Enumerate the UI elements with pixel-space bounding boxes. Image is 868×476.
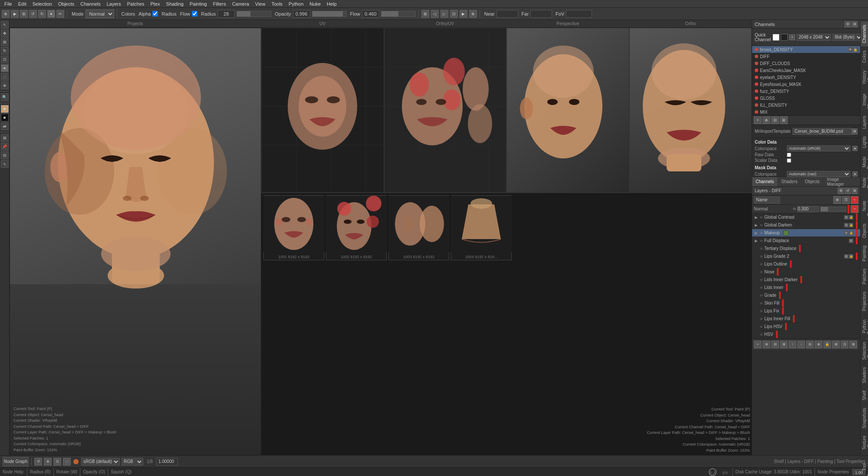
tab-objects[interactable]: Objects: [802, 177, 824, 186]
lyr-btn-12[interactable]: ⊞: [849, 341, 857, 348]
layer-grade[interactable]: ○ Grade: [752, 292, 860, 299]
cam-btn-2[interactable]: ◁: [431, 10, 439, 18]
radius-input[interactable]: [217, 10, 235, 18]
rtab-shaders[interactable]: Shaders: [861, 363, 868, 387]
layer-icon-lg2b[interactable]: 🔒: [849, 254, 853, 259]
channel-earscheeks[interactable]: EarsCheeksJaw_MASK: [752, 67, 860, 74]
tool-scale[interactable]: ⊡: [1, 56, 9, 63]
menu-item-channels[interactable]: Channels: [78, 1, 103, 7]
qc-dark-swatch[interactable]: [781, 34, 788, 41]
layer-global-contrast[interactable]: ▶ ○ Global Contrast ⊞ 🔒: [752, 213, 860, 221]
rtab-image-manager[interactable]: Image Manager: [861, 87, 868, 112]
tool-color1[interactable]: ■: [1, 105, 9, 113]
channel-mix[interactable]: MIX: [752, 108, 860, 115]
rtab-node-properties[interactable]: Node Properties: [861, 192, 868, 220]
layer-icon-1b[interactable]: ⊞: [844, 223, 848, 227]
tool-grid[interactable]: ⊞: [1, 134, 9, 142]
lyr-btn-1[interactable]: +: [754, 341, 762, 348]
menu-item-layers[interactable]: Layers: [104, 1, 124, 7]
bottom-shelf-link[interactable]: Shelf | Layers - DIFF | Painting | Tool …: [774, 459, 865, 464]
tool-move[interactable]: ✥: [1, 30, 9, 37]
tool-paint[interactable]: ●: [1, 64, 9, 72]
tool-color2[interactable]: ■: [1, 114, 9, 121]
lyr-btn-10[interactable]: ⊞: [832, 341, 840, 348]
channel-diff-clouds[interactable]: DIFF_CLOUDS: [752, 60, 860, 67]
layer-icon-1[interactable]: ⊞: [844, 215, 848, 220]
ng-btn-4[interactable]: ◌: [63, 458, 71, 466]
layer-lids-inner[interactable]: ○ Lids Inner: [752, 284, 860, 292]
qc-resolution[interactable]: 2048 x 2048: [796, 34, 831, 41]
tool-select[interactable]: ↖: [1, 21, 9, 29]
layer-tertiary-displace[interactable]: ○ Tertiary Displace: [752, 245, 860, 253]
rtab-colors[interactable]: Colors: [861, 46, 868, 66]
flow-input[interactable]: [362, 10, 379, 18]
ng-btn-3[interactable]: ⊡: [53, 458, 61, 466]
layer-lips-outline[interactable]: ○ Lips Outline: [752, 260, 860, 268]
channel-diff[interactable]: DIFF: [752, 53, 860, 60]
menu-item-ptex[interactable]: Ptex: [148, 1, 163, 7]
tool-lasso[interactable]: ∿: [1, 160, 9, 168]
toolbar-btn-2[interactable]: ▶: [11, 10, 19, 18]
lyr-btn-8[interactable]: ⊕: [815, 341, 822, 348]
tool-marquee[interactable]: ⊟: [1, 151, 9, 159]
lyr-btn-4[interactable]: ⊞: [780, 341, 788, 348]
layer-icon-1c[interactable]: ⊞: [844, 231, 848, 235]
channel-fuzz[interactable]: fuzz_DENSITY: [752, 88, 860, 95]
layer-lips-inner-fill[interactable]: ○ Lips Inner Fill: [752, 315, 860, 323]
layer-hsv[interactable]: ○ HSV: [752, 331, 860, 338]
tab-shaders[interactable]: Shaders: [778, 177, 801, 186]
orthouv-viewport[interactable]: [384, 28, 507, 193]
color-rawdata-checkbox[interactable]: [787, 153, 791, 157]
layers-view-btn[interactable]: ☰: [842, 196, 850, 204]
tool-rotate[interactable]: ↻: [1, 47, 9, 55]
main-3d-viewport[interactable]: Current Tool: Paint (P) Current Object: …: [10, 28, 261, 455]
cam-btn-4[interactable]: ⊡: [450, 10, 458, 18]
menu-item-file[interactable]: File: [2, 1, 15, 7]
tool-transform[interactable]: ⊞: [1, 38, 9, 46]
menu-item-shading[interactable]: Shading: [164, 1, 186, 7]
layers-sort-input[interactable]: Name: [754, 197, 780, 204]
ch-toolbar-4[interactable]: ⊞: [780, 116, 788, 124]
channel-eyelash[interactable]: eyelash_DENSITY: [752, 74, 860, 81]
mode-dropdown[interactable]: Normal: [85, 10, 114, 18]
menu-item-python[interactable]: Python: [286, 1, 306, 7]
toolbar-btn-1[interactable]: ⊕: [2, 10, 10, 18]
rtab-projectors[interactable]: Projectors: [861, 288, 868, 315]
alpha-checkbox[interactable]: [152, 11, 158, 16]
rtab-patches[interactable]: Patches: [861, 265, 868, 288]
layer-lips-grade2[interactable]: ○ Lips Grade 2 ⊞ 🔒: [752, 253, 860, 260]
layer-icon-2[interactable]: 🔒: [849, 215, 853, 220]
import-input[interactable]: [792, 128, 852, 135]
channel-brows-density[interactable]: brows_DENSITY 👁 🔒: [752, 46, 860, 53]
toolbar-btn-5[interactable]: ↻: [38, 10, 46, 18]
layer-lips-hsv[interactable]: ○ Lips HSV: [752, 323, 860, 331]
layer-global-darken[interactable]: ▶ ○ Global Darken ⊞ 🔒: [752, 221, 860, 229]
menu-item-tools[interactable]: Tools: [269, 1, 285, 7]
channel-eyesnose[interactable]: EyesNoseLps_MASK: [752, 81, 860, 88]
layer-nose[interactable]: ○ Nose: [752, 268, 860, 276]
channels-settings-btn[interactable]: ⚙: [845, 21, 851, 27]
ng-btn-2[interactable]: ⊕: [44, 458, 52, 466]
uv-patch-1001[interactable]: 1001 8192 x 8192: [263, 195, 324, 260]
uv-patch-1002[interactable]: 1002 8192 x 8192: [326, 195, 387, 260]
rtab-shelf[interactable]: Shelf: [861, 387, 868, 404]
layer-makeup[interactable]: ▶ ○ Makeup ⊞ 🔒: [752, 229, 860, 237]
menu-item-nuke[interactable]: Nuke: [307, 1, 323, 7]
qc-bit-depth[interactable]: 8bit (Byte): [832, 34, 863, 41]
menu-item-camera[interactable]: Camera: [230, 1, 252, 7]
flow-checkbox[interactable]: [192, 11, 197, 16]
cam-btn-3[interactable]: ▷: [441, 10, 448, 18]
menu-item-view[interactable]: View: [253, 1, 268, 7]
layers-add-btn[interactable]: +: [851, 196, 858, 204]
ch-toolbar-2[interactable]: ⊕: [763, 116, 770, 124]
toolbar-btn-active[interactable]: ●: [47, 10, 55, 18]
layers-refresh-btn[interactable]: ↺: [845, 188, 851, 194]
lyr-btn-7[interactable]: ⊟: [806, 341, 814, 348]
ch-vis-icon[interactable]: 👁: [848, 47, 852, 52]
layers-expand-btn[interactable]: ⊞: [852, 188, 858, 194]
rtab-lights[interactable]: Lights: [861, 132, 868, 151]
rtab-texture-sets[interactable]: Texture Sets: [861, 432, 868, 453]
rtab-snapshots[interactable]: Snapshots: [861, 404, 868, 432]
mask-colorspace-dropdown[interactable]: Automatic (raw): [787, 171, 851, 177]
layers-settings-btn[interactable]: ⚙: [838, 188, 844, 194]
